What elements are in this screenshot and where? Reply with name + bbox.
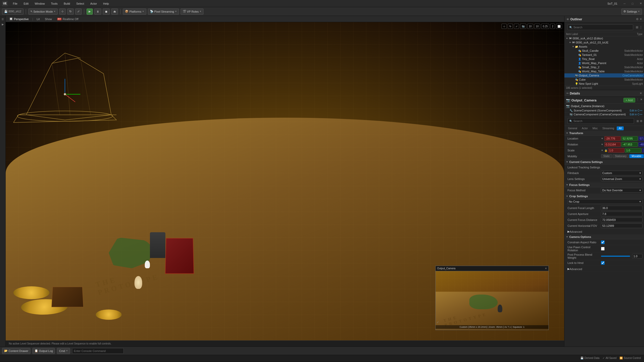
details-search-input[interactable] — [573, 119, 632, 123]
camera-preview-close[interactable]: ✕ — [545, 267, 547, 270]
vp-ctrl-translate[interactable]: ⊹ — [502, 24, 507, 29]
aperture-input[interactable] — [601, 212, 642, 216]
crop-settings-header[interactable]: ▼ Crop Settings — [564, 194, 644, 199]
menu-help[interactable]: Help — [102, 2, 110, 6]
outliner-options-icon[interactable]: ⋮ — [639, 25, 642, 29]
maximize-btn[interactable]: □ — [632, 2, 633, 5]
tree-item-4[interactable]: ▶ 🎭 Tankard_01 StaticMeshActor — [564, 53, 644, 57]
rotation-z-input[interactable] — [638, 142, 644, 147]
rotate-btn[interactable]: ↻ — [67, 8, 74, 15]
mobility-stationary[interactable]: Stationary — [613, 154, 629, 158]
rotation-dropdown[interactable]: ▼ — [601, 143, 603, 146]
camera-component-row[interactable]: 📷 CameraComponent (CameraComponent) Edit… — [564, 113, 644, 116]
vp-ctrl-rot-snap[interactable]: 10 — [534, 24, 540, 29]
bottom-advanced-row[interactable]: ▶ Advanced — [564, 266, 644, 272]
menu-actor[interactable]: Actor — [89, 2, 98, 6]
lock-scale-icon[interactable]: 🔒 — [604, 149, 607, 152]
focus-settings-header[interactable]: ▼ Focus Settings — [564, 183, 644, 187]
left-panel-icon-1[interactable]: ☰ — [1, 17, 5, 21]
location-dropdown[interactable]: ▼ — [601, 137, 603, 140]
tab-actor[interactable]: Actor — [580, 126, 590, 130]
tab-misc[interactable]: Misc — [590, 126, 600, 130]
derived-data-status[interactable]: 💾 Derived Data — [580, 357, 599, 359]
vp-roles-btn[interactable]: 🎬 VP Roles ▼ — [181, 8, 204, 15]
details-close-icon[interactable]: ✕ — [640, 92, 642, 95]
settings-btn[interactable]: ⚙ Settings ▼ — [621, 8, 642, 15]
tree-item-2[interactable]: ▼ 📁 Assets — [564, 45, 644, 49]
camera-options-header[interactable]: ▼ Camera Options — [564, 235, 644, 239]
left-panel-icon-2[interactable]: ▶ — [1, 22, 5, 26]
save-btn[interactable]: 💾 0090_sh12 — [2, 8, 23, 15]
lens-dropdown[interactable]: Universal Zoom ▼ — [601, 177, 642, 181]
expand-icon-1[interactable]: ▼ — [569, 41, 572, 44]
mobility-movable[interactable]: Movable — [629, 154, 644, 158]
cam-comp-action[interactable]: Edit in C++ — [630, 113, 642, 116]
menu-build[interactable]: Build — [63, 2, 71, 6]
vp-ctrl-cam[interactable]: 📷 — [520, 24, 526, 29]
filmback-dropdown[interactable]: Custom ▼ — [601, 171, 642, 175]
horizontal-fov-input[interactable] — [601, 223, 642, 228]
pawn-control-checkbox[interactable] — [601, 247, 605, 251]
eject-btn[interactable]: ⏏ — [111, 8, 118, 15]
tab-all[interactable]: All — [617, 126, 624, 130]
tree-item-1[interactable]: ▼ 🗺 0090_scA_sh12_03_loUE — [564, 40, 644, 45]
viewport-show-tab[interactable]: Show — [43, 17, 54, 21]
expand-icon-2[interactable]: ▼ — [572, 45, 575, 48]
transform-section-header[interactable]: ▼ Transform — [564, 131, 644, 136]
scene-component-row[interactable]: 🔧 SceneComponent (SceneComponent) Edit i… — [564, 109, 644, 113]
mobility-static[interactable]: Static — [601, 154, 612, 158]
crop-dropdown[interactable]: No Crop ▼ — [567, 199, 642, 204]
tree-item-11[interactable]: ▶ 💡 New Spot Light SpotLight — [564, 82, 644, 86]
pixel-streaming-btn[interactable]: 📡 Pixel Streaming ▼ — [148, 8, 179, 15]
outliner-search-input[interactable] — [573, 26, 631, 29]
play-btn[interactable]: ▶ — [87, 8, 93, 15]
stop-btn[interactable]: ⏹ — [103, 8, 110, 15]
tree-item-3[interactable]: ▶ 🎭 Skull_Candle StaticMeshActor — [564, 49, 644, 53]
details-options-icon[interactable]: ⚙ — [640, 119, 642, 123]
viewport-scene[interactable]: THEPROTOTYPE Output_Camera ✕ — [6, 22, 564, 340]
tab-streaming[interactable]: Streaming — [600, 126, 616, 130]
tree-item-0[interactable]: ▼ 🗺 0090_scA_sh12 (Editor) — [564, 36, 644, 40]
constrain-checkbox[interactable] — [601, 240, 605, 244]
rotation-y-input[interactable] — [621, 142, 638, 147]
close-icon-2[interactable]: ✕ — [640, 98, 642, 102]
rotation-x-input[interactable] — [604, 142, 621, 147]
scene-comp-action[interactable]: Edit in C++ — [630, 109, 642, 112]
details-search-box[interactable]: 🔍 — [567, 118, 634, 124]
scale-z-input[interactable] — [642, 148, 644, 153]
selection-mode-btn[interactable]: ↖ Selection Mode ▼ — [28, 8, 58, 15]
viewport-realtime-tab[interactable]: RT Realtime Off — [56, 17, 80, 21]
details-grid-icon[interactable]: ⊞ — [637, 119, 639, 123]
focus-distance-input[interactable] — [601, 218, 642, 222]
minimize-btn[interactable]: ─ — [624, 2, 626, 5]
transform-btn[interactable]: ⊹ — [59, 8, 66, 15]
lookout-tracking-row[interactable]: Lookout Tracking Settings — [564, 165, 644, 170]
location-y-input[interactable] — [621, 136, 638, 141]
outliner-search-box[interactable]: 🔍 — [567, 24, 633, 30]
menu-select[interactable]: Select — [75, 2, 85, 6]
output-log-btn[interactable]: 📋 Output Log — [32, 348, 55, 354]
menu-tools[interactable]: Tools — [50, 2, 59, 6]
focus-method-dropdown[interactable]: Do Not Override ▼ — [601, 188, 642, 193]
focal-length-input[interactable] — [601, 206, 642, 210]
tree-item-output-camera[interactable]: ▶ 📷 Output_Camera CineCameraActor — [564, 73, 644, 77]
console-input[interactable] — [72, 348, 124, 354]
lock-to-hmd-checkbox[interactable] — [601, 261, 605, 265]
close-btn[interactable]: ✕ — [640, 2, 642, 5]
menu-window[interactable]: Window — [34, 2, 46, 6]
tree-item-7[interactable]: ▶ 🎭 Small_Ship_2 StaticMeshActor — [564, 65, 644, 69]
pause-btn[interactable]: ⏸ — [94, 8, 101, 15]
outliner-close-icon[interactable]: ✕ — [640, 18, 642, 21]
scale-dropdown[interactable]: ▼ — [601, 149, 603, 152]
post-process-input[interactable] — [632, 254, 642, 258]
scale-btn[interactable]: ⤢ — [75, 8, 82, 15]
menu-file[interactable]: File — [12, 2, 19, 6]
location-z-input[interactable] — [638, 136, 644, 141]
options-icon[interactable]: ⋮ — [636, 98, 639, 102]
vp-ctrl-rotate[interactable]: ↻ — [508, 24, 513, 29]
tree-item-10[interactable]: ▶ 🎭 Cube StaticMeshActor — [564, 77, 644, 82]
preview-expand-icon[interactable]: ⤢ — [437, 321, 439, 324]
source-control-status[interactable]: 🔀 Source Control — [620, 357, 641, 359]
outliner-filter-icon[interactable]: ⊞ — [636, 25, 638, 29]
vp-ctrl-scale-snap[interactable]: 0.25 — [541, 24, 549, 29]
